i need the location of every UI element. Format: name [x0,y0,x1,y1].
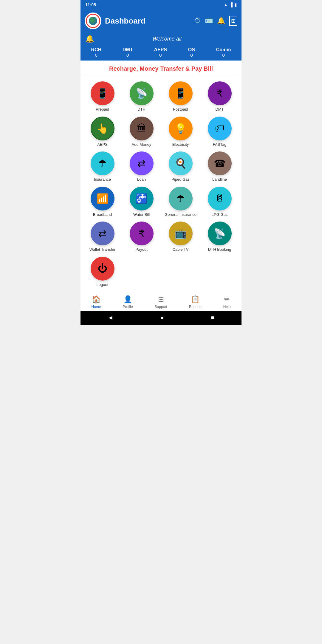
reports-nav-icon: 📋 [191,295,200,304]
stat-dmt: DMT 0 [123,47,133,58]
android-nav: ◄ ● ■ [80,311,242,325]
stat-aeps: AEPS 0 [154,47,167,58]
service-item-fastag[interactable]: 🏷 FASTag [201,117,238,147]
header-icons: ⏱ 🪪 🔔 ⊞ [194,16,237,26]
service-item-prepaid[interactable]: 📱 Prepaid [84,81,121,112]
nav-item-support[interactable]: ⊞ Support [155,295,167,309]
payout-icon: ₹ [130,222,154,245]
history-icon[interactable]: ⏱ [194,17,201,25]
loan-icon: ⇄ [130,151,154,175]
stat-os-value: 0 [188,52,195,58]
loan-label: Loan [137,177,146,182]
cabletv-label: Cable TV [173,247,189,252]
stat-rch-value: 0 [91,52,101,58]
service-item-wallettransfer[interactable]: ⇄ Wallet Transfer [84,222,121,252]
service-item-electricity[interactable]: 💡 Electricity [162,117,199,147]
service-item-dmt[interactable]: ₹ DMT [201,81,238,112]
service-item-aeps[interactable]: 👆 AEPS [84,117,121,147]
service-item-logout[interactable]: ⏻ Logout [84,257,121,287]
service-item-broadband[interactable]: 📶 Broadband [84,187,121,217]
stat-comm: Comm 0 [216,47,231,58]
prepaid-label: Prepaid [96,107,109,112]
header-title: Dashboard [105,16,191,26]
addmoney-label: Add Money [132,142,151,147]
home-button[interactable]: ● [160,314,164,321]
electricity-icon: 💡 [169,117,193,140]
landline-label: Landline [212,177,227,182]
qr-icon[interactable]: ⊞ [229,16,237,26]
cabletv-icon: 📺 [169,222,193,245]
insurance-icon: ☂ [91,151,114,175]
dthbooking-icon: 📡 [208,222,232,245]
welcome-message: Welcome all [97,36,237,42]
electricity-label: Electricity [172,142,189,147]
nav-item-profile[interactable]: 👤 Profile [123,295,133,309]
broadband-icon: 📶 [91,187,114,210]
notification-icon[interactable]: 🔔 [217,17,225,25]
service-item-cabletv[interactable]: 📺 Cable TV [162,222,199,252]
divider [84,76,238,76]
signal-icon: ▐ [230,2,233,7]
section-title: Recharge, Money Transfer & Pay Bill [84,65,238,72]
stat-aeps-label: AEPS [154,47,167,52]
home-nav-label: Home [92,305,101,309]
stat-rch-label: RCH [91,47,101,52]
stat-comm-value: 0 [216,52,231,58]
battery-icon: ▮ [234,2,237,7]
nav-item-home[interactable]: 🏠 Home [92,295,101,309]
addmoney-icon: 🏛 [130,117,154,140]
service-item-landline[interactable]: ☎ Landline [201,151,238,182]
dthbooking-label: DTH Booking [208,247,231,252]
help-nav-label: Help [223,305,231,309]
waterbill-label: Water Bill [133,212,150,217]
stat-rch: RCH 0 [91,47,101,58]
status-time: 11:05 [85,2,96,7]
broadband-label: Broadband [93,212,112,217]
service-item-pipedgas[interactable]: 🍳 Piped Gas [162,151,199,182]
service-grid: 📱 Prepaid 📡 DTH 📱 Postpaid ₹ DMT 👆 AEPS … [84,81,238,287]
stat-dmt-label: DMT [123,47,133,52]
service-item-dth[interactable]: 📡 DTH [123,81,160,112]
service-item-insurance[interactable]: ☂ Insurance [84,151,121,182]
service-item-geninsurance[interactable]: ☂ General Insurance [162,187,199,217]
prepaid-icon: 📱 [91,81,114,105]
payout-label: Payout [135,247,147,252]
lpggas-icon: 🛢 [208,187,232,210]
status-icons: ▲ ▐ ▮ [224,2,237,7]
insurance-label: Insurance [94,177,111,182]
dth-icon: 📡 [130,81,154,105]
wallet-icon[interactable]: 🪪 [205,17,213,25]
support-nav-label: Support [155,305,167,309]
lpggas-label: LPG Gas [212,212,227,217]
service-item-loan[interactable]: ⇄ Loan [123,151,160,182]
fastag-icon: 🏷 [208,117,232,140]
aeps-icon: 👆 [91,117,114,140]
service-item-postpaid[interactable]: 📱 Postpaid [162,81,199,112]
bottom-nav: 🏠 Home 👤 Profile ⊞ Support 📋 Reports ✏ H… [80,292,242,311]
stat-os-label: OS [188,47,195,52]
stat-dmt-value: 0 [123,52,133,58]
geninsurance-label: General Insurance [165,212,196,217]
status-bar: 11:05 ▲ ▐ ▮ [80,0,242,10]
back-button[interactable]: ◄ [108,314,114,321]
waterbill-icon: 🚰 [130,187,154,210]
recents-button[interactable]: ■ [211,314,214,321]
aeps-label: AEPS [97,142,108,147]
nav-item-help[interactable]: ✏ Help [223,295,231,309]
pipedgas-icon: 🍳 [169,151,193,175]
support-nav-icon: ⊞ [158,295,164,304]
service-item-payout[interactable]: ₹ Payout [123,222,160,252]
nav-item-reports[interactable]: 📋 Reports [189,295,202,309]
service-item-addmoney[interactable]: 🏛 Add Money [123,117,160,147]
help-nav-icon: ✏ [224,295,230,304]
pipedgas-label: Piped Gas [171,177,190,182]
dth-label: DTH [137,107,145,112]
header: Dashboard ⏱ 🪪 🔔 ⊞ [80,10,242,32]
service-item-lpggas[interactable]: 🛢 LPG Gas [201,187,238,217]
welcome-bar: 🔔 Welcome all [80,32,242,45]
app-logo [85,13,101,29]
service-item-dthbooking[interactable]: 📡 DTH Booking [201,222,238,252]
home-nav-icon: 🏠 [92,295,101,304]
service-item-waterbill[interactable]: 🚰 Water Bill [123,187,160,217]
dmt-label: DMT [215,107,224,112]
